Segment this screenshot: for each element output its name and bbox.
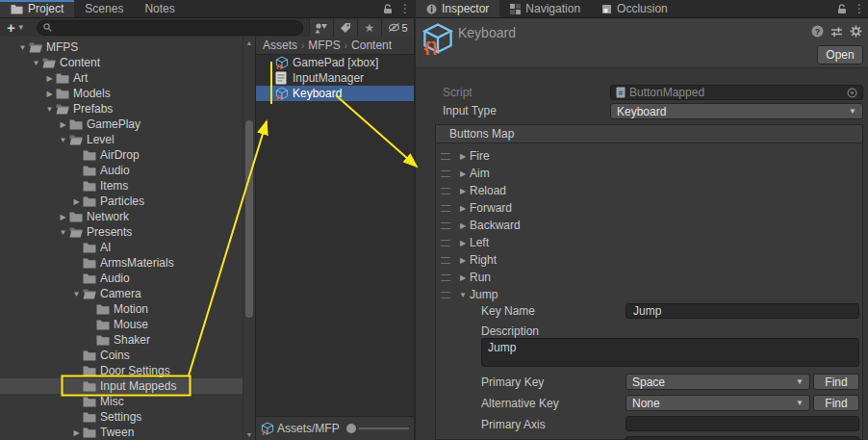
tree-item[interactable]: Coins: [0, 348, 243, 363]
tree-item[interactable]: ▼MFPS: [0, 39, 243, 55]
tree-item[interactable]: Audio: [0, 163, 243, 178]
tab-inspector[interactable]: Inspector: [416, 0, 499, 17]
alternative-key-find-button[interactable]: Find: [813, 395, 859, 411]
tree-item[interactable]: AirDrop: [0, 147, 243, 163]
buttons-map-row[interactable]: ▶Backward: [436, 217, 862, 234]
description-textarea[interactable]: Jump: [481, 338, 859, 367]
saved-search-button[interactable]: ★: [357, 18, 381, 37]
buttons-map-row[interactable]: ▶Run: [436, 269, 862, 286]
tree-item[interactable]: ▶Art: [0, 70, 243, 86]
buttons-map-row[interactable]: ▶Aim: [436, 165, 862, 182]
kebab-menu-icon[interactable]: ⋮: [396, 0, 414, 17]
drag-handle-icon[interactable]: [441, 292, 450, 298]
tree-item[interactable]: ▶Particles: [0, 194, 243, 209]
search-by-type-button[interactable]: [309, 18, 333, 37]
foldout-closed-icon[interactable]: ▶: [456, 152, 470, 161]
primary-key-dropdown[interactable]: Space ▼: [625, 374, 810, 390]
drag-handle-icon[interactable]: [441, 205, 450, 212]
primary-key-find-button[interactable]: Find: [813, 374, 859, 390]
breadcrumb-item[interactable]: Assets: [263, 39, 297, 52]
foldout-open-icon[interactable]: ▼: [30, 59, 42, 67]
presets-icon[interactable]: [830, 26, 843, 38]
foldout-closed-icon[interactable]: ▶: [57, 213, 69, 221]
help-icon[interactable]: ?: [811, 25, 824, 38]
tab-notes[interactable]: Notes: [134, 0, 185, 17]
search-by-label-button[interactable]: [333, 18, 357, 37]
tree-item[interactable]: ▼Camera: [0, 286, 243, 301]
tree-item[interactable]: ArmsMaterials: [0, 255, 243, 271]
tree-item[interactable]: ▶GamePlay: [0, 116, 243, 132]
tree-item[interactable]: Settings: [0, 409, 243, 425]
asset-item[interactable]: {}Keyboard: [256, 86, 414, 101]
foldout-open-icon[interactable]: ▼: [43, 105, 56, 114]
tree-item[interactable]: ▶Tween: [0, 425, 243, 440]
asset-item[interactable]: InputManager: [256, 70, 414, 86]
input-type-dropdown[interactable]: Keyboard ▼: [610, 103, 863, 119]
tree-item[interactable]: Misc: [0, 394, 243, 409]
key-name-field[interactable]: [625, 303, 859, 319]
scroll-down-icon[interactable]: ▼: [243, 428, 255, 440]
tab-occlusion[interactable]: Occlusion: [591, 0, 678, 17]
gear-icon[interactable]: [850, 25, 862, 38]
scroll-up-icon[interactable]: ▲: [243, 37, 255, 48]
search-field[interactable]: [37, 20, 303, 36]
tree-item[interactable]: Audio: [0, 271, 243, 286]
buttons-map-row[interactable]: ▶Left: [436, 234, 862, 251]
kebab-menu-icon[interactable]: ⋮: [851, 0, 868, 17]
foldout-open-icon[interactable]: ▼: [70, 290, 83, 298]
alternative-key-dropdown[interactable]: None ▼: [625, 395, 810, 411]
foldout-closed-icon[interactable]: ▶: [456, 221, 470, 230]
foldout-open-icon[interactable]: ▼: [16, 43, 29, 52]
foldout-closed-icon[interactable]: ▶: [456, 256, 470, 265]
foldout-closed-icon[interactable]: ▶: [456, 273, 470, 282]
drag-handle-icon[interactable]: [441, 153, 450, 160]
scrollbar-thumb[interactable]: [245, 120, 253, 318]
script-object-field[interactable]: # ButtonMapped: [610, 85, 863, 100]
search-input[interactable]: [56, 21, 296, 35]
alternative-axis-field[interactable]: [625, 436, 859, 440]
foldout-closed-icon[interactable]: ▶: [43, 74, 56, 83]
tree-item[interactable]: ▼Content: [0, 55, 243, 70]
open-button[interactable]: Open: [817, 45, 863, 65]
buttons-map-row[interactable]: ▶Fire: [436, 147, 862, 165]
foldout-closed-icon[interactable]: ▶: [70, 197, 83, 206]
buttons-map-row[interactable]: ▶Forward: [436, 199, 862, 217]
hidden-count-button[interactable]: 5: [381, 18, 414, 37]
tree-item[interactable]: ▼Level: [0, 132, 243, 147]
foldout-closed-icon[interactable]: ▶: [456, 204, 470, 213]
foldout-open-icon[interactable]: ▼: [57, 136, 69, 144]
drag-handle-icon[interactable]: [441, 274, 450, 281]
key-name-input[interactable]: [631, 303, 854, 319]
zoom-slider-track[interactable]: [359, 427, 409, 429]
tree-item[interactable]: Items: [0, 178, 243, 194]
tree-item[interactable]: Motion: [0, 301, 243, 317]
drag-handle-icon[interactable]: [441, 170, 450, 177]
tree-item[interactable]: ▶Network: [0, 209, 243, 224]
buttons-map-row[interactable]: ▶Reload: [436, 182, 862, 199]
tree-item[interactable]: Shaker: [0, 332, 243, 348]
tree-item[interactable]: ▶Models: [0, 86, 243, 101]
foldout-closed-icon[interactable]: ▶: [43, 90, 56, 98]
tab-project[interactable]: Project: [0, 0, 74, 17]
foldout-closed-icon[interactable]: ▶: [70, 428, 83, 437]
drag-handle-icon[interactable]: [441, 257, 450, 264]
buttons-map-header[interactable]: Buttons Map: [436, 125, 862, 143]
breadcrumb-item[interactable]: Content: [351, 39, 392, 52]
foldout-open-icon[interactable]: ▼: [57, 228, 69, 237]
buttons-map-row[interactable]: ▼Jump: [436, 286, 862, 303]
tree-item[interactable]: Input Mappeds: [0, 378, 243, 394]
tree-item[interactable]: ▼Presents: [0, 224, 243, 240]
primary-axis-input[interactable]: [631, 416, 854, 431]
buttons-map-row[interactable]: ▶Right: [436, 251, 862, 269]
drag-handle-icon[interactable]: [441, 240, 450, 246]
foldout-closed-icon[interactable]: ▶: [57, 120, 69, 129]
object-picker-icon[interactable]: [847, 88, 857, 98]
tree-item[interactable]: Mouse: [0, 317, 243, 332]
tree-item[interactable]: Door Settings: [0, 363, 243, 378]
primary-axis-field[interactable]: [625, 416, 859, 431]
breadcrumb-item[interactable]: MFPS: [308, 39, 340, 52]
zoom-slider-knob[interactable]: [346, 424, 356, 433]
create-asset-button[interactable]: + ▼: [0, 21, 29, 35]
asset-item[interactable]: {}GamePad [xbox]: [256, 55, 414, 70]
tab-navigation[interactable]: Navigation: [499, 0, 591, 17]
